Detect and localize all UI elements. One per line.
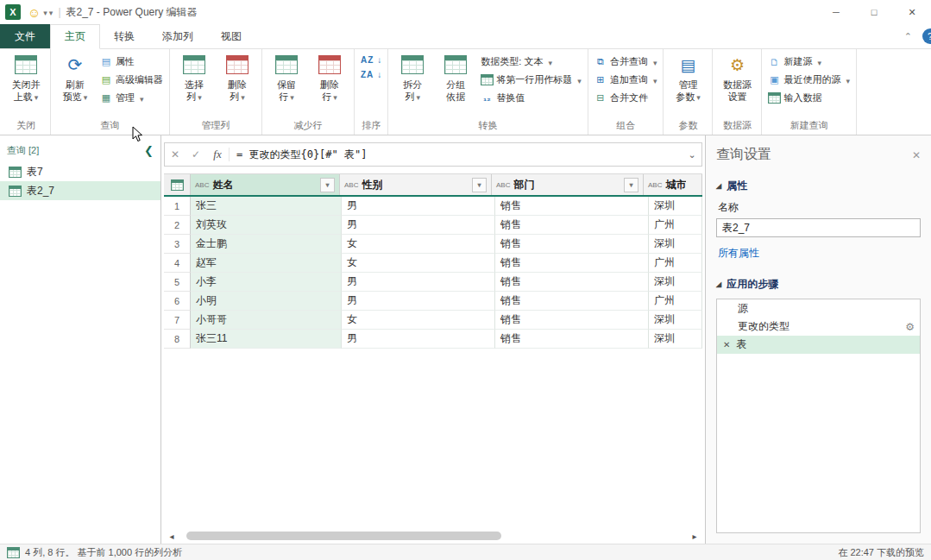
manage-parameters-button[interactable]: ▤ 管理参数 xyxy=(666,51,709,104)
formula-accept-icon[interactable]: ✓ xyxy=(186,148,206,160)
merge-queries-button[interactable]: ⧉合并查询 xyxy=(591,53,661,70)
recent-sources-button[interactable]: ▣最近使用的源 xyxy=(764,72,853,88)
select-all-button[interactable] xyxy=(164,174,191,195)
delete-step-icon[interactable]: ✕ xyxy=(723,340,730,349)
tab-transform[interactable]: 转换 xyxy=(100,24,148,48)
remove-columns-button[interactable]: 删除列 xyxy=(216,51,259,104)
replace-values-button[interactable]: ₁₂替换值 xyxy=(477,90,585,106)
column-header-gender[interactable]: ABC 性别 ▾ xyxy=(340,174,492,195)
properties-section-header[interactable]: ◢ 属性 xyxy=(716,176,921,196)
data-source-settings-button[interactable]: ⚙ 数据源设置 xyxy=(715,51,758,103)
row-number[interactable]: 6 xyxy=(164,292,191,311)
cell[interactable]: 销售 xyxy=(495,197,649,216)
feedback-smiley-icon[interactable]: ☺ xyxy=(28,5,41,20)
collapse-ribbon-icon[interactable]: ⌃ xyxy=(904,31,912,42)
cell[interactable]: 销售 xyxy=(495,273,649,292)
choose-columns-button[interactable]: 选择列 xyxy=(173,51,216,104)
cell[interactable]: 销售 xyxy=(495,330,649,349)
cell[interactable]: 销售 xyxy=(495,292,649,311)
close-button[interactable]: ✕ xyxy=(893,0,931,24)
cell[interactable]: 男 xyxy=(342,216,495,235)
advanced-editor-button[interactable]: ▤高级编辑器 xyxy=(97,72,167,88)
query-name-input[interactable] xyxy=(716,218,921,237)
tab-view[interactable]: 视图 xyxy=(207,24,255,48)
cell[interactable]: 销售 xyxy=(495,235,649,254)
split-column-button[interactable]: 拆分列 xyxy=(391,51,434,104)
quick-access-dropdown-icon[interactable] xyxy=(47,6,53,18)
cell[interactable]: 小哥哥 xyxy=(191,311,342,330)
filter-icon[interactable]: ▾ xyxy=(624,178,638,192)
cell[interactable]: 女 xyxy=(342,254,495,273)
properties-button[interactable]: ▤属性 xyxy=(97,53,167,70)
row-number[interactable]: 7 xyxy=(164,311,191,330)
cell[interactable]: 女 xyxy=(342,235,495,254)
row-number[interactable]: 3 xyxy=(164,235,191,254)
filter-icon[interactable]: ▾ xyxy=(472,178,487,192)
cell[interactable]: 深圳 xyxy=(649,235,702,254)
formula-expand-icon[interactable]: ⌄ xyxy=(683,143,701,166)
row-number[interactable]: 4 xyxy=(164,254,191,273)
cell[interactable]: 张三 xyxy=(191,197,342,216)
enter-data-button[interactable]: 输入数据 xyxy=(764,90,853,106)
query-item-2[interactable]: 表2_7 xyxy=(0,181,160,200)
cell[interactable]: 赵军 xyxy=(191,254,342,273)
cell[interactable]: 男 xyxy=(342,292,495,311)
cell[interactable]: 男 xyxy=(342,273,495,292)
cell[interactable]: 小明 xyxy=(191,292,342,311)
cell[interactable]: 销售 xyxy=(495,216,649,235)
all-properties-link[interactable]: 所有属性 xyxy=(718,246,921,261)
manage-button[interactable]: ▦管理 xyxy=(97,90,167,106)
row-number[interactable]: 1 xyxy=(164,197,191,216)
sort-descending-button[interactable]: ZA↓ xyxy=(357,68,385,81)
step-changed-type[interactable]: 更改的类型 ⚙ xyxy=(717,318,920,336)
step-source[interactable]: 源 xyxy=(717,299,920,318)
keep-rows-button[interactable]: 保留行 xyxy=(265,51,308,104)
maximize-button[interactable]: □ xyxy=(855,0,893,24)
cell[interactable]: 刘英玫 xyxy=(191,216,342,235)
combine-files-button[interactable]: ⊟合并文件 xyxy=(591,90,661,106)
remove-rows-button[interactable]: 删除行 xyxy=(308,51,351,104)
formula-cancel-icon[interactable]: ✕ xyxy=(165,148,186,160)
cell[interactable]: 小李 xyxy=(191,273,342,292)
applied-steps-header[interactable]: ◢ 应用的步骤 xyxy=(716,274,921,294)
cell[interactable]: 张三11 xyxy=(191,330,342,349)
cell[interactable]: 广州 xyxy=(649,292,702,311)
cell[interactable]: 深圳 xyxy=(649,273,702,292)
cell[interactable]: 广州 xyxy=(649,216,702,235)
query-item-1[interactable]: 表7 xyxy=(0,162,160,181)
tab-home[interactable]: 主页 xyxy=(50,24,100,49)
cell[interactable]: 金士鹏 xyxy=(191,235,342,254)
cell[interactable]: 销售 xyxy=(495,254,649,273)
cell[interactable]: 深圳 xyxy=(649,330,702,349)
scrollbar-thumb[interactable] xyxy=(186,532,501,540)
formula-input[interactable]: = 更改的类型{0}[#" 表"] xyxy=(230,148,683,162)
scrollbar-track[interactable] xyxy=(179,531,687,541)
cell[interactable]: 广州 xyxy=(649,254,702,273)
row-number[interactable]: 5 xyxy=(164,273,191,292)
minimize-button[interactable]: ─ xyxy=(817,0,855,24)
cell[interactable]: 男 xyxy=(342,330,495,349)
use-first-row-as-headers-button[interactable]: 将第一行用作标题 xyxy=(477,72,585,88)
close-and-load-button[interactable]: 关闭并上载 xyxy=(4,51,47,104)
refresh-preview-button[interactable]: ⟳ 刷新预览 xyxy=(53,51,97,104)
step-table[interactable]: ✕ 表 xyxy=(717,336,920,354)
append-queries-button[interactable]: ⊞追加查询 xyxy=(591,72,661,88)
panel-close-icon[interactable]: ✕ xyxy=(912,149,921,161)
scroll-right-icon[interactable]: ▸ xyxy=(687,532,702,541)
column-header-name[interactable]: ABC 姓名 ▾ xyxy=(191,174,340,195)
row-number[interactable]: 2 xyxy=(164,216,191,235)
tab-file[interactable]: 文件 xyxy=(0,24,50,48)
cell[interactable]: 深圳 xyxy=(649,311,702,330)
row-number[interactable]: 8 xyxy=(164,330,191,349)
cell[interactable]: 女 xyxy=(342,311,495,330)
step-settings-gear-icon[interactable]: ⚙ xyxy=(905,321,915,333)
group-by-button[interactable]: 分组依据 xyxy=(434,51,477,103)
cell[interactable]: 男 xyxy=(342,197,495,216)
cell[interactable]: 深圳 xyxy=(649,197,702,216)
collapse-queries-pane-icon[interactable]: ❮ xyxy=(144,144,154,157)
scroll-left-icon[interactable]: ◂ xyxy=(164,532,179,541)
column-header-department[interactable]: ABC 部门 ▾ xyxy=(492,174,644,195)
data-type-button[interactable]: 数据类型: 文本 xyxy=(477,53,585,70)
column-header-city[interactable]: ABC 城市 xyxy=(644,174,702,195)
cell[interactable]: 销售 xyxy=(495,311,649,330)
